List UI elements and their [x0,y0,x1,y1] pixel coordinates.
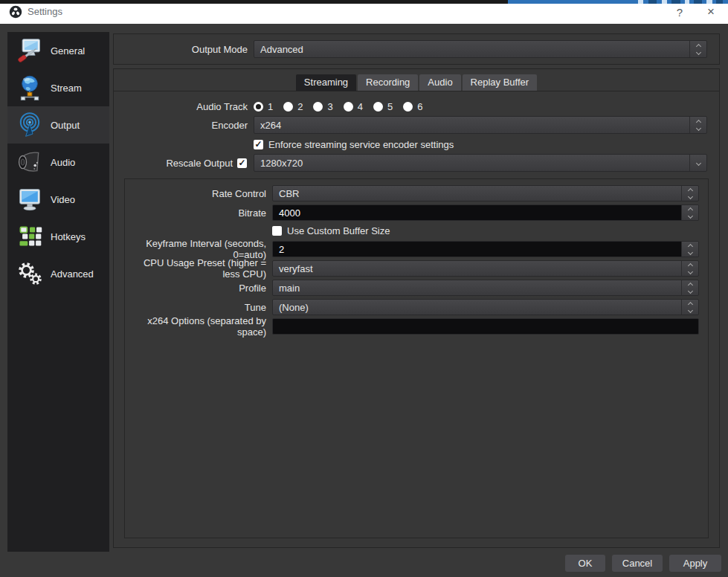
enforce-checkbox[interactable]: ✓ [254,140,263,149]
encoder-value: x264 [254,120,689,131]
bitrate-label: Bitrate [125,207,266,219]
rescale-output-checkbox[interactable]: ✓ [237,158,247,168]
encoder-select[interactable]: x264 [254,116,707,134]
cpu-preset-row: CPU Usage Preset (higher = less CPU) ver… [125,260,708,277]
settings-sidebar: General Stream [7,32,109,552]
profile-value: main [273,283,681,294]
ok-button[interactable]: OK [565,555,605,572]
radio-label: 6 [417,101,422,112]
enforce-checkbox-label: Enforce streaming service encoder settin… [268,139,454,150]
rate-control-label: Rate Control [125,188,266,199]
bitrate-input[interactable]: 4000 [272,204,699,221]
background-window-strip [0,0,728,4]
audio-track-option-3[interactable]: 3 [313,101,332,112]
tune-label: Tune [125,302,266,313]
spinner-arrows-icon[interactable] [681,205,698,220]
rate-control-row: Rate Control CBR [125,185,708,202]
profile-row: Profile main [125,280,708,296]
rescale-resolution-value: 1280x720 [254,158,689,169]
rate-control-value: CBR [273,188,681,199]
apply-button[interactable]: Apply [669,555,721,572]
sidebar-item-label: Advanced [51,268,94,280]
encoder-settings-group: Rate Control CBR Bitrate 4000 ✓ Use Cust… [124,178,709,538]
output-mode-select[interactable]: Advanced [254,40,707,58]
radio-button-icon[interactable] [373,102,383,112]
radio-label: 2 [297,101,303,112]
keyframe-interval-row: Keyframe Interval (seconds, 0=auto) 2 [125,241,708,257]
radio-button-icon[interactable] [403,102,413,112]
tab-audio[interactable]: Audio [419,74,460,91]
radio-label: 3 [327,101,332,112]
tune-value: (None) [273,302,681,313]
audio-track-option-6[interactable]: 6 [403,101,422,112]
keyframe-interval-input[interactable]: 2 [272,241,699,257]
cpu-preset-value: veryfast [273,263,681,274]
radio-button-icon[interactable] [313,102,323,112]
tune-row: Tune (None) [125,299,708,315]
output-broadcast-icon [16,111,44,139]
sidebar-item-advanced[interactable]: Advanced [7,255,109,292]
keyframe-interval-value: 2 [273,244,681,255]
tune-select[interactable]: (None) [272,299,699,315]
advanced-gears-icon [16,260,44,288]
help-button[interactable]: ? [667,2,692,22]
encoder-label: Encoder [114,120,248,131]
tab-recording[interactable]: Recording [358,74,418,91]
output-mode-group: Output Mode Advanced [113,33,720,65]
sidebar-item-hotkeys[interactable]: Hotkeys [7,218,109,255]
sidebar-item-label: Output [51,120,80,131]
tab-replay-buffer[interactable]: Replay Buffer [463,74,538,91]
spinner-arrows-icon[interactable] [681,300,698,315]
dialog-button-row: OK Cancel Apply [565,555,721,572]
sidebar-item-label: Audio [51,157,75,168]
output-tabbar: Streaming Recording Audio Replay Buffer [114,69,719,91]
rescale-resolution-select[interactable]: 1280x720 [254,154,707,172]
audio-track-option-5[interactable]: 5 [373,101,393,112]
chevron-down-icon[interactable] [689,155,706,171]
sidebar-item-video[interactable]: Video [7,181,109,218]
custom-buffer-checkbox[interactable]: ✓ [272,226,282,236]
cpu-preset-label: CPU Usage Preset (higher = less CPU) [125,257,266,280]
spinner-arrows-icon[interactable] [681,242,698,257]
spinner-arrows-icon[interactable] [681,280,698,295]
rate-control-select[interactable]: CBR [272,185,699,202]
bitrate-row: Bitrate 4000 [125,204,708,221]
x264-options-input[interactable] [272,318,699,335]
radio-button-icon[interactable] [283,102,293,112]
sidebar-item-output[interactable]: Output [7,106,109,144]
output-mode-label: Output Mode [114,44,248,55]
rescale-output-label: Rescale Output [114,158,233,169]
general-computer-icon [16,36,44,65]
x264-options-row: x264 Options (separated by space) [125,318,708,335]
encoder-row: Encoder x264 [114,116,719,134]
spinner-arrows-icon[interactable] [681,186,698,201]
enforce-row: ✓ Enforce streaming service encoder sett… [114,138,719,150]
sidebar-item-audio[interactable]: Audio [7,144,109,181]
custom-buffer-label: Use Custom Buffer Size [287,225,390,236]
radio-button-icon[interactable] [344,102,353,112]
audio-track-option-1[interactable]: 1 [254,101,273,112]
audio-track-option-2[interactable]: 2 [283,101,303,112]
radio-label: 5 [387,101,393,112]
sidebar-item-stream[interactable]: Stream [7,69,109,106]
x264-options-label: x264 Options (separated by space) [125,315,266,338]
sidebar-item-label: Video [51,194,75,205]
spinner-arrows-icon[interactable] [681,261,698,276]
profile-select[interactable]: main [272,280,699,296]
video-monitor-icon [16,185,44,213]
radio-label: 1 [268,101,273,112]
sidebar-item-label: Stream [51,83,82,94]
custom-buffer-row: ✓ Use Custom Buffer Size [125,225,708,236]
cpu-preset-select[interactable]: veryfast [272,260,699,277]
obs-logo-icon [9,5,22,19]
hotkeys-keyboard-icon [16,222,44,251]
sidebar-item-general[interactable]: General [7,32,109,69]
radio-button-icon[interactable] [254,102,263,112]
tab-streaming[interactable]: Streaming [296,74,356,91]
audio-track-option-4[interactable]: 4 [344,101,363,112]
spinner-arrows-icon[interactable] [689,41,706,57]
spinner-arrows-icon[interactable] [689,117,706,133]
cancel-button[interactable]: Cancel [612,555,663,572]
close-button[interactable]: × [698,2,724,22]
window-title: Settings [28,6,62,17]
